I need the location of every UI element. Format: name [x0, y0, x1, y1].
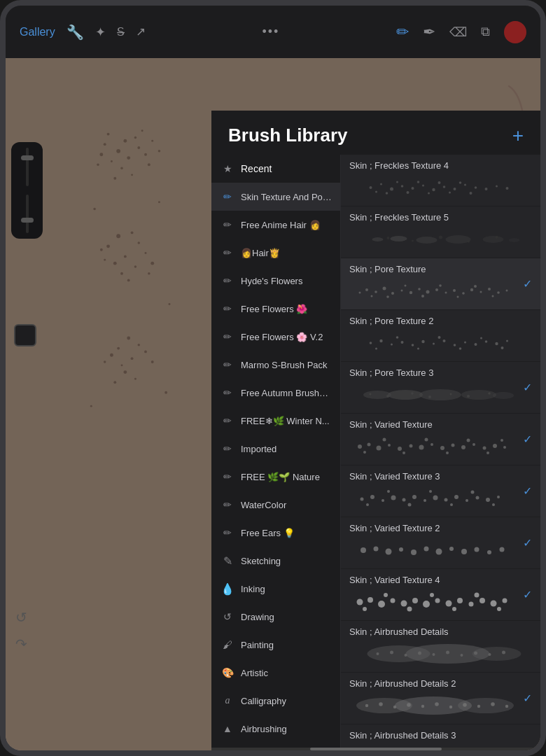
category-item-free-flowers[interactable]: ✏ Free Flowers 🌺	[211, 295, 340, 323]
category-item-drawing[interactable]: ↺ Drawing	[211, 603, 340, 631]
category-item-winter[interactable]: ✏ FREE❄🌿 Winter N...	[211, 407, 340, 435]
brush-item-airbrush-3[interactable]: Skin ; Airbrushed Details 3	[341, 724, 540, 748]
brush-library-title: Brush Library	[228, 125, 348, 146]
recent-star-icon: ★	[220, 161, 235, 176]
cursor-icon[interactable]: ↗	[136, 24, 146, 39]
category-item-skin-texture[interactable]: ✏ Skin Texture And Por...	[211, 183, 340, 211]
svg-point-200	[500, 547, 505, 552]
category-item-hair[interactable]: ✏ 👩Hair👸	[211, 239, 340, 267]
add-brush-button[interactable]: +	[512, 126, 524, 146]
brush-item-varied-texture[interactable]: Skin ; Varied Texture	[341, 414, 540, 465]
svg-point-192	[399, 547, 403, 552]
svg-point-231	[461, 654, 463, 657]
category-panel: ★ Recent ✏ Skin Texture And Por... ✏ Fre…	[211, 155, 341, 748]
svg-point-96	[445, 292, 447, 294]
strikethrough-icon[interactable]: S̶	[117, 24, 125, 39]
svg-point-113	[379, 340, 382, 342]
winter-icon: ✏	[220, 413, 235, 428]
category-item-painting[interactable]: 🖌 Painting	[211, 631, 340, 659]
brush-item-varied-texture-2[interactable]: Skin ; Varied Texture 2	[341, 517, 540, 569]
category-watercolor-label: WaterColor	[241, 500, 332, 510]
category-drawing-label: Drawing	[241, 612, 332, 622]
top-bar-left: Gallery 🔧 ✦ S̶ ↗	[20, 24, 146, 41]
category-item-autumn[interactable]: ✏ Free Autumn Brushes...	[211, 379, 340, 407]
more-dots-icon[interactable]: •••	[262, 24, 279, 39]
brush-item-varied-texture-3[interactable]: Skin ; Varied Texture 3	[341, 465, 540, 517]
category-item-marmo[interactable]: ✏ Marmo S-Brush Pack	[211, 351, 340, 379]
brush-item-freckles-5[interactable]: Skin ; Freckles Texture 5	[341, 206, 540, 258]
svg-point-164	[446, 451, 449, 454]
svg-point-86	[359, 292, 361, 294]
svg-point-121	[464, 342, 466, 344]
category-item-free-flowers-2[interactable]: ✏ Free Flowers 🌸 V.2	[211, 323, 340, 351]
svg-point-178	[465, 499, 468, 502]
svg-point-144	[488, 392, 491, 395]
svg-point-172	[402, 498, 406, 502]
svg-point-108	[439, 284, 442, 287]
category-skin-texture-label: Skin Texture And Por...	[241, 192, 332, 202]
varied-3-check-icon: ✓	[523, 484, 532, 498]
brush-item-airbrush-1[interactable]: Skin ; Airbrushed Details	[341, 621, 540, 673]
varied-4-check-icon: ✓	[523, 588, 532, 601]
brush-item-airbrush-2[interactable]: Skin ; Airbrushed Details 2	[341, 673, 540, 724]
svg-point-128	[417, 348, 419, 350]
brush-name-airbrush-3: Skin ; Airbrushed Details 3	[349, 730, 532, 741]
category-anime-hair-label: Free Anime Hair 👩	[241, 220, 332, 230]
svg-point-130	[459, 347, 462, 350]
category-item-artistic[interactable]: 🎨 Artistic	[211, 659, 340, 687]
gallery-button[interactable]: Gallery	[20, 26, 55, 38]
selected-check-icon: ✓	[523, 277, 532, 290]
brush-item-pore-texture[interactable]: Skin ; Pore Texture	[341, 258, 540, 310]
brush-item-pore-texture-3[interactable]: Skin ; Pore Texture 3	[341, 362, 540, 414]
category-item-hydes-flowers[interactable]: ✏ Hyde's Flowers	[211, 267, 340, 295]
category-item-airbrushing[interactable]: ▲ Airbrushing	[211, 715, 340, 743]
varied-2-check-icon: ✓	[523, 536, 532, 550]
drawing-icon: ↺	[220, 609, 235, 624]
category-item-inking[interactable]: 💧 Inking	[211, 575, 340, 603]
svg-point-157	[483, 447, 486, 450]
svg-point-205	[401, 601, 407, 607]
svg-point-165	[467, 439, 470, 442]
color-swatch[interactable]	[504, 21, 526, 43]
category-item-watercolor[interactable]: ✏ WaterColor	[211, 491, 340, 519]
brush-info: Skin ; Freckles Texture 4	[349, 160, 532, 200]
svg-point-63	[496, 186, 498, 188]
svg-point-75	[372, 237, 384, 241]
magic-wand-icon[interactable]: ✦	[95, 24, 106, 40]
pencil-tool-icon[interactable]: ✏	[396, 23, 409, 41]
top-bar-right: ✏ ✒ ⌫ ⧉	[396, 21, 526, 43]
svg-point-140	[411, 392, 414, 395]
svg-point-182	[366, 503, 369, 506]
brush-item-varied-texture-4[interactable]: Skin ; Varied Texture 4	[341, 569, 540, 621]
brush-item-pore-texture-2[interactable]: Skin ; Pore Texture 2	[341, 310, 540, 362]
category-item-textures[interactable]: ⊠ Textures	[211, 743, 340, 748]
brush-name-varied-texture: Skin ; Varied Texture	[349, 419, 517, 430]
brush-item-freckles-4[interactable]: Skin ; Freckles Texture 4	[341, 155, 540, 206]
category-item-recent[interactable]: ★ Recent	[211, 155, 340, 183]
svg-point-92	[410, 291, 412, 294]
pen-tool-icon[interactable]: ✒	[423, 23, 435, 41]
wrench-icon[interactable]: 🔧	[66, 24, 84, 41]
category-item-nature[interactable]: ✏ FREE 🌿🌱 Nature	[211, 463, 340, 491]
svg-point-201	[357, 599, 363, 606]
category-item-calligraphy[interactable]: a Calligraphy	[211, 687, 340, 715]
eraser-tool-icon[interactable]: ⌫	[449, 24, 467, 40]
svg-point-187	[471, 491, 475, 494]
svg-point-62	[485, 188, 488, 190]
svg-point-65	[375, 191, 377, 193]
layers-icon[interactable]: ⧉	[481, 24, 490, 39]
watercolor-icon: ✏	[220, 497, 235, 512]
svg-point-221	[497, 607, 501, 611]
svg-point-229	[433, 653, 435, 656]
category-item-sketching[interactable]: ✎ Sketching	[211, 547, 340, 575]
svg-point-226	[390, 651, 393, 654]
svg-point-188	[492, 503, 495, 506]
category-item-free-ears[interactable]: ✏ Free Ears 💡	[211, 519, 340, 547]
svg-point-56	[422, 185, 424, 187]
svg-point-100	[480, 291, 482, 293]
category-marmo-label: Marmo S-Brush Pack	[241, 360, 332, 370]
svg-point-179	[476, 496, 479, 500]
category-item-anime-hair[interactable]: ✏ Free Anime Hair 👩	[211, 211, 340, 239]
category-item-imported[interactable]: ✏ Imported	[211, 435, 340, 463]
free-ears-icon: ✏	[220, 525, 235, 540]
